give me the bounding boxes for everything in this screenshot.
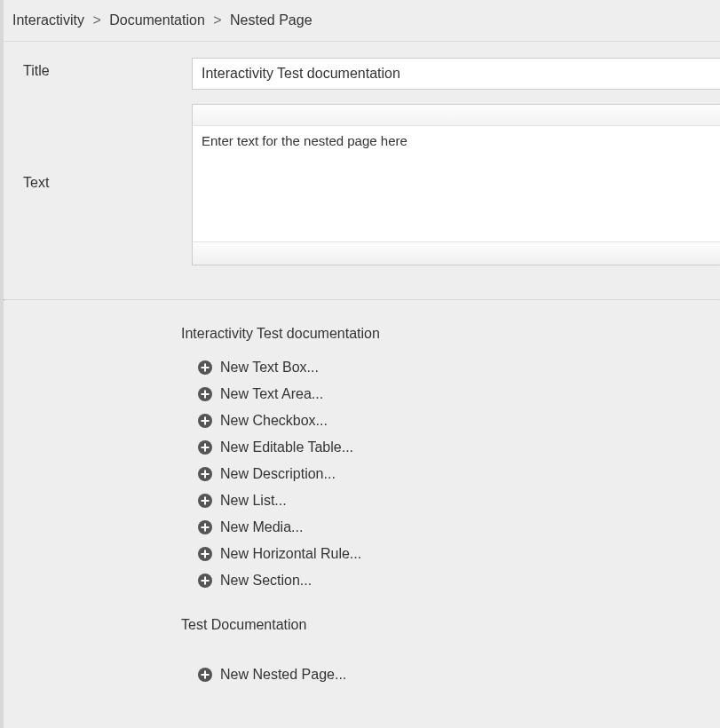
- add-nested-page[interactable]: New Nested Page...: [181, 661, 720, 688]
- tree-item-label: New Description...: [220, 466, 336, 482]
- add-text-box[interactable]: New Text Box...: [181, 354, 720, 381]
- text-label: Text: [23, 104, 192, 191]
- editor-toolbar[interactable]: [193, 105, 720, 126]
- plus-circle-icon: [197, 519, 213, 535]
- plus-circle-icon: [197, 439, 213, 455]
- plus-circle-icon: [197, 413, 213, 429]
- spacer: [181, 645, 720, 661]
- add-text-area[interactable]: New Text Area...: [181, 381, 720, 408]
- title-input[interactable]: [192, 58, 720, 90]
- tree-list: New Nested Page...: [181, 645, 720, 688]
- svg-rect-26: [202, 580, 210, 582]
- breadcrumb-item[interactable]: Interactivity: [12, 12, 84, 28]
- add-editable-table[interactable]: New Editable Table...: [181, 434, 720, 461]
- plus-circle-icon: [197, 466, 213, 482]
- breadcrumb-separator: >: [92, 12, 100, 28]
- component-tree: Interactivity Test documentation New Tex…: [4, 301, 720, 706]
- tree-item-label: New Section...: [220, 573, 312, 589]
- title-row: Title: [23, 58, 720, 90]
- breadcrumb-separator: >: [213, 12, 221, 28]
- svg-rect-23: [202, 553, 210, 555]
- tree-item-label: New Text Box...: [220, 360, 319, 376]
- svg-rect-2: [202, 367, 210, 368]
- plus-circle-icon: [197, 667, 213, 683]
- add-media[interactable]: New Media...: [181, 514, 720, 541]
- breadcrumb-item[interactable]: Nested Page: [230, 12, 313, 28]
- tree-section-heading[interactable]: Test Documentation: [181, 617, 720, 633]
- breadcrumb-item[interactable]: Documentation: [109, 12, 205, 28]
- text-row: Text Enter text for the nested page here: [23, 104, 720, 265]
- form-area: Title Text Enter text for the nested pag…: [4, 42, 720, 299]
- tree-item-label: New Editable Table...: [220, 439, 353, 455]
- add-horizontal-rule[interactable]: New Horizontal Rule...: [181, 541, 720, 567]
- add-section[interactable]: New Section...: [181, 567, 720, 594]
- add-description[interactable]: New Description...: [181, 461, 720, 487]
- plus-circle-icon: [197, 493, 213, 509]
- breadcrumb: Interactivity > Documentation > Nested P…: [4, 0, 720, 42]
- svg-rect-29: [202, 674, 210, 676]
- add-checkbox[interactable]: New Checkbox...: [181, 408, 720, 434]
- tree-item-label: New Media...: [220, 519, 303, 535]
- tree-section-heading[interactable]: Interactivity Test documentation: [181, 326, 720, 342]
- text-editor-body[interactable]: Enter text for the nested page here: [193, 126, 720, 241]
- svg-rect-14: [202, 473, 210, 475]
- svg-rect-11: [202, 447, 210, 448]
- plus-circle-icon: [197, 573, 213, 589]
- svg-rect-8: [202, 420, 210, 422]
- title-label: Title: [23, 58, 192, 79]
- svg-rect-5: [202, 393, 210, 395]
- editor-footer: [193, 241, 720, 265]
- tree-item-label: New Checkbox...: [220, 413, 328, 429]
- tree-list: New Text Box... New Text Area... New Che…: [181, 354, 720, 594]
- tree-item-label: New List...: [220, 493, 287, 509]
- plus-circle-icon: [197, 546, 213, 562]
- plus-circle-icon: [197, 360, 213, 376]
- plus-circle-icon: [197, 386, 213, 402]
- rich-text-editor: Enter text for the nested page here: [192, 104, 720, 265]
- add-list[interactable]: New List...: [181, 487, 720, 514]
- tree-item-label: New Nested Page...: [220, 667, 346, 683]
- tree-item-label: New Horizontal Rule...: [220, 546, 361, 562]
- tree-item-label: New Text Area...: [220, 386, 323, 402]
- svg-rect-17: [202, 500, 210, 502]
- svg-rect-20: [202, 526, 210, 528]
